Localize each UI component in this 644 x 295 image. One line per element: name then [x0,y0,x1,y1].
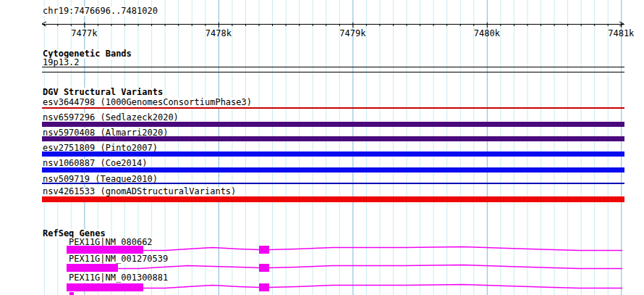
gene-label: PEX11G|NM_001270539 [69,254,169,264]
variant-feature-bar[interactable] [42,136,624,141]
exon-box[interactable] [259,264,269,272]
intron-line [143,286,259,288]
region-label: chr19:7476696..7481020 [43,7,159,16]
intron-line [269,247,622,251]
exon-box[interactable] [67,283,143,291]
ruler-tick-label: 7481k [608,28,635,38]
variant-feature-bar[interactable] [42,122,624,127]
variant-label: esv3644798 (1000GenomesConsortiumPhase3) [43,98,253,107]
variant-feature-bar[interactable] [42,196,624,202]
variant-label: nsv4261533 (gnomADStructuralVariants) [43,187,237,196]
intron-line [269,265,622,269]
variant-feature-bar[interactable] [42,183,624,184]
variant-feature-bar[interactable] [42,167,624,173]
clipped-gene-fragment [69,292,74,295]
variant-feature-bar[interactable] [42,107,624,109]
ruler-tick-label: 7480k [474,28,501,38]
ruler-tick-label: 7479k [339,28,366,38]
intron-line [269,285,622,288]
exon-box[interactable] [259,283,269,291]
cytoband-bar[interactable] [42,67,624,72]
section-title-dgv-structural-variants: DGV Structural Variants [43,88,164,97]
variant-feature-bar[interactable] [42,151,624,157]
gene-label: PEX11G|NM_001300881 [69,273,169,283]
genome-browser: 7477k7478k7479k7480k7481k chr19:7476696.… [0,0,644,295]
intron-line [143,248,259,251]
exon-box[interactable] [259,246,269,254]
exon-box[interactable] [67,246,143,254]
gene-model[interactable] [0,283,644,295]
ruler-tick-label: 7477k [71,28,98,38]
intron-line [118,266,259,269]
exon-box[interactable] [67,264,118,272]
ruler-tick-label: 7478k [206,28,232,38]
